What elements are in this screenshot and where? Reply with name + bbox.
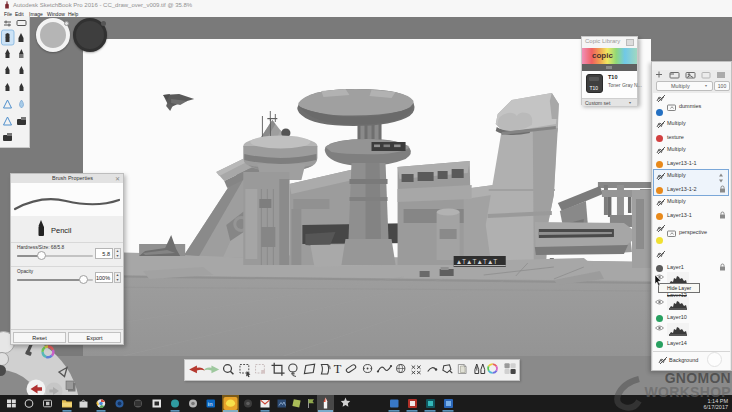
svg-text:T: T (334, 363, 342, 377)
svg-text:▲T▲T▲T▲T: ▲T▲T▲T▲T (456, 258, 498, 265)
svg-text:in: in (208, 401, 213, 407)
